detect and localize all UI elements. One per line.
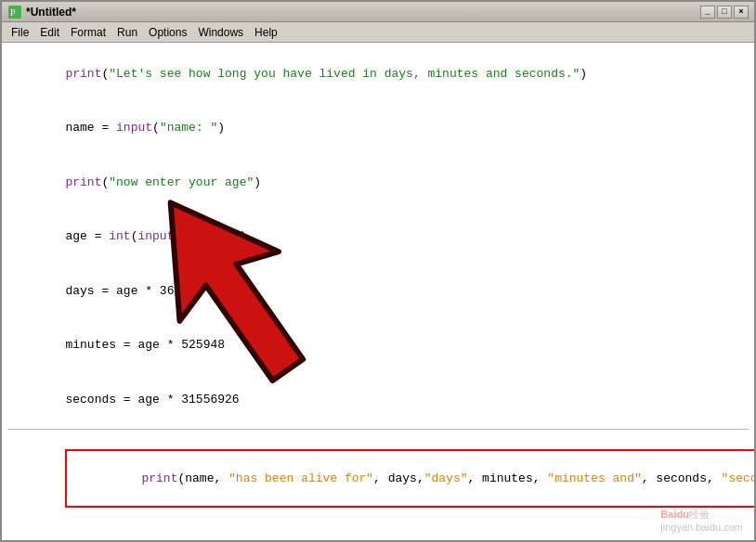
- baidu-logo: Baidu: [660, 509, 689, 520]
- code-line-7: seconds = age * 31556926: [7, 372, 749, 430]
- menu-run[interactable]: Run: [111, 24, 143, 41]
- menu-help[interactable]: Help: [249, 24, 283, 41]
- code-line-4: age = int(input("age: ")): [7, 210, 749, 265]
- svg-text:P: P: [10, 7, 16, 18]
- menu-format[interactable]: Format: [65, 24, 111, 41]
- code-line-8: print(name, "has been alive for", days,"…: [7, 432, 749, 526]
- menu-options[interactable]: Options: [143, 24, 192, 41]
- code-line-1: print("Let's see how long you have lived…: [7, 46, 749, 101]
- code-line-5: days = age * 365: [7, 264, 749, 318]
- menu-file[interactable]: File: [6, 24, 34, 41]
- close-button[interactable]: ×: [734, 6, 749, 19]
- baidu-watermark: Baidu经验 jingyan.baidu.com: [660, 508, 743, 533]
- code-line-2: name = input("name: "): [7, 101, 749, 156]
- code-container: print("Let's see how long you have lived…: [2, 43, 754, 540]
- ide-window: P *Untitled* _ □ × File Edit Format Run …: [0, 0, 756, 542]
- window-icon: P: [7, 5, 22, 19]
- editor-area[interactable]: print("Let's see how long you have lived…: [2, 43, 754, 540]
- menu-bar: File Edit Format Run Options Windows Hel…: [2, 22, 754, 43]
- highlighted-code-line: print(name, "has been alive for", days,"…: [65, 449, 754, 508]
- baidu-suffix: 经验: [689, 509, 710, 520]
- window-controls: _ □ ×: [700, 6, 749, 19]
- window-title: *Untitled*: [26, 6, 700, 19]
- maximize-button[interactable]: □: [717, 6, 732, 19]
- minimize-button[interactable]: _: [700, 6, 715, 19]
- menu-windows[interactable]: Windows: [192, 24, 249, 41]
- baidu-url: jingyan.baidu.com: [660, 522, 743, 533]
- menu-edit[interactable]: Edit: [34, 24, 65, 41]
- title-bar: P *Untitled* _ □ ×: [2, 2, 754, 22]
- code-line-3: print("now enter your age"): [7, 155, 749, 210]
- code-line-6: minutes = age * 525948: [7, 318, 749, 373]
- keyword-print: print: [65, 67, 101, 81]
